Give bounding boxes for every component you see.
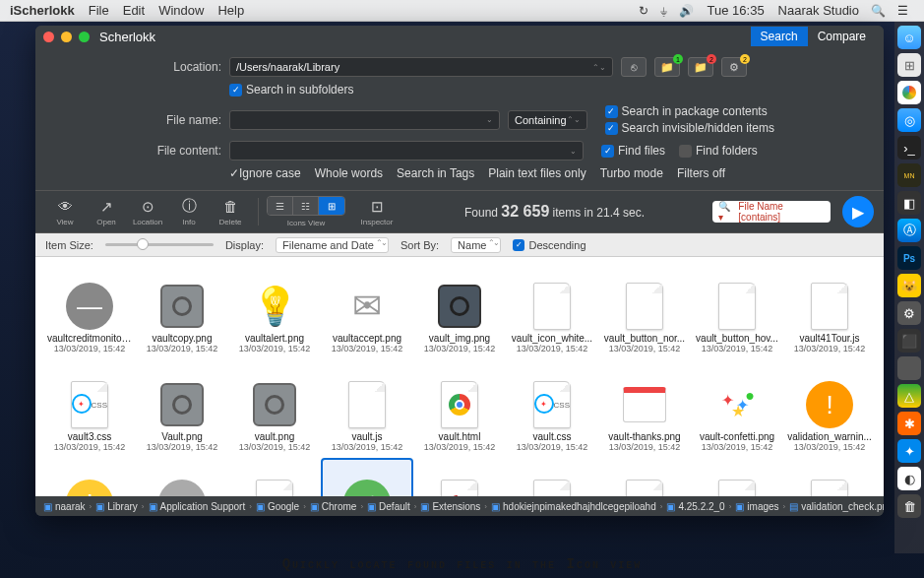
dock-trash[interactable]: 🗑 (897, 494, 921, 518)
file-item[interactable]: Vault.png13/03/2019, 15:42 (136, 359, 228, 458)
file-item[interactable]: validation_empty...13/03/2019, 15:42 (228, 458, 321, 496)
menu-window[interactable]: Window (158, 3, 204, 18)
filter-input[interactable]: 🔍▾File Name [contains] (712, 201, 831, 223)
open-tool[interactable]: ↗Open (87, 198, 126, 226)
file-item[interactable]: vault.js13/03/2019, 15:42 (321, 359, 413, 458)
menu-help[interactable]: Help (217, 3, 244, 18)
file-item[interactable]: vaultcopy.png13/03/2019, 15:42 (136, 261, 228, 359)
view-tool[interactable]: 👁View (45, 198, 85, 226)
path-segment[interactable]: ▣images (735, 501, 778, 512)
dock-chrome[interactable] (897, 81, 921, 104)
file-item[interactable]: vault_img.png13/03/2019, 15:42 (413, 261, 506, 359)
file-item[interactable]: ✦CSSvault.css13/03/2019, 15:42 (506, 359, 598, 458)
dock-app1[interactable]: MN (897, 163, 921, 187)
account-name[interactable]: Naarak Studio (778, 3, 859, 18)
zoom-button[interactable] (79, 32, 90, 42)
file-item[interactable]: hvalid.h23/01/2019, 01:31 (413, 458, 506, 496)
ignore-case-checkbox[interactable]: ✓Ignore case (229, 166, 301, 180)
display-select[interactable]: Filename and Date (276, 237, 389, 253)
dock-launchpad[interactable]: ⊞ (897, 53, 921, 77)
filecontent-field[interactable]: ⌄ (229, 141, 584, 161)
dock-app5[interactable]: ✱ (897, 412, 921, 435)
view-mode-segment[interactable]: ☰ ☷ ⊞ (267, 196, 345, 216)
path-segment[interactable]: ▣Google (256, 501, 299, 512)
file-item[interactable]: ✦●★✦vault-confetti.png13/03/2019, 15:42 (691, 359, 783, 458)
inspector-tool[interactable]: ⊡Inspector (357, 198, 397, 226)
search-tags-checkbox[interactable]: Search in Tags (397, 166, 474, 180)
dock-safari[interactable]: ◎ (897, 108, 921, 132)
reveal-button[interactable]: ⎋ (621, 57, 647, 77)
subfolders-checkbox[interactable]: ✓Search in subfolders (229, 83, 353, 96)
find-files-checkbox[interactable]: ✓Find files (601, 144, 665, 158)
folder-1-button[interactable]: 📁1 (654, 57, 680, 77)
dock-appstore[interactable]: Ⓐ (897, 219, 921, 242)
file-item[interactable]: v_water-1.vmap429/09/2018, 01:31 (598, 458, 691, 496)
descending-checkbox[interactable]: ✓Descending (513, 239, 585, 251)
dock-settings[interactable]: ⚙ (897, 301, 921, 325)
close-button[interactable] (43, 32, 54, 42)
file-item[interactable]: ✉vaultaccept.png13/03/2019, 15:42 (321, 261, 413, 359)
item-size-slider[interactable] (105, 243, 214, 246)
traffic-lights[interactable] (43, 32, 90, 42)
file-item[interactable]: —vaultcreditmonitor...13/03/2019, 15:42 (43, 261, 136, 359)
dock-app6[interactable]: ✦ (897, 439, 921, 463)
volume-icon[interactable]: 🔊 (679, 4, 694, 18)
turbo-checkbox[interactable]: Turbo mode (600, 166, 663, 180)
sortby-select[interactable]: Name (451, 237, 501, 253)
path-segment[interactable]: ▣Extensions (420, 501, 480, 512)
dock-drive[interactable]: △ (897, 384, 921, 408)
dock-finder[interactable]: ☺ (897, 26, 921, 49)
file-item[interactable]: —validation_grey.png13/03/2019, 15:42 (136, 458, 228, 496)
path-segment[interactable]: ▣Default (367, 501, 410, 512)
list-view-seg[interactable]: ☰ (268, 197, 293, 215)
dock-terminal[interactable]: ›_ (897, 136, 921, 160)
path-segment[interactable]: ▣hdokiejnpimakedhajhdlcegepiloahd (491, 501, 656, 512)
play-button[interactable]: ▶ (842, 196, 874, 227)
file-item[interactable]: utils_cs.js13/03/2019, 15:42 (691, 458, 783, 496)
dock-app7[interactable]: ◐ (897, 467, 921, 490)
path-segment[interactable]: ▣Application Support (149, 501, 246, 512)
info-tool[interactable]: ⓘInfo (169, 198, 209, 226)
spotlight-icon[interactable]: 🔍 (871, 4, 886, 18)
icon-view-seg[interactable]: ⊞ (319, 197, 344, 215)
dock-app4[interactable]: ⬛ (897, 329, 921, 353)
path-segment[interactable]: ▣Chrome (310, 501, 357, 512)
history-icon[interactable]: ↻ (639, 4, 648, 18)
settings-button[interactable]: ⚙2 (721, 57, 747, 77)
search-tab[interactable]: Search (751, 27, 808, 46)
compare-tab[interactable]: Compare (808, 27, 876, 46)
dock-photoshop[interactable]: Ps (897, 246, 921, 270)
file-item[interactable]: UserPresets.json14/02/2019, 15:49 (783, 458, 876, 496)
file-grid[interactable]: —vaultcreditmonitor...13/03/2019, 15:42v… (35, 257, 884, 496)
location-field[interactable]: /Users/naarak/Library⌃⌄ (229, 57, 613, 77)
menu-icon[interactable]: ☰ (897, 4, 908, 18)
path-segment[interactable]: ▤validation_check.png (789, 501, 884, 512)
path-segment[interactable]: ▣Library (95, 501, 138, 512)
file-item[interactable]: vault_button_nor...13/03/2019, 15:42 (598, 261, 691, 359)
menu-edit[interactable]: Edit (123, 3, 145, 18)
containing-select[interactable]: Containing⌃⌄ (508, 110, 587, 130)
minimize-button[interactable] (61, 32, 72, 42)
find-folders-checkbox[interactable]: Find folders (679, 144, 758, 158)
path-segment[interactable]: ▣naarak (43, 501, 86, 512)
pkg-contents-checkbox[interactable]: ✓Search in package contents (605, 104, 774, 118)
file-item[interactable]: vault_button_hov...13/03/2019, 15:42 (691, 261, 783, 359)
plain-text-checkbox[interactable]: Plain text files only (488, 166, 585, 180)
location-tool[interactable]: ⊙Location (128, 198, 167, 226)
file-item[interactable]: ✓validation_check...13/03/2019, 15:42 (321, 458, 413, 496)
file-item[interactable]: ✦CSSvault3.css13/03/2019, 15:42 (43, 359, 136, 458)
delete-tool[interactable]: 🗑Delete (211, 198, 250, 226)
file-item[interactable]: vault-thanks.png13/03/2019, 15:42 (598, 359, 691, 458)
file-item[interactable]: v_water-1@2x.vm...29/09/2018, 16:27 (506, 458, 598, 496)
dock-app2[interactable]: ◧ (897, 191, 921, 215)
filters-off-checkbox[interactable]: Filters off (677, 166, 725, 180)
menu-file[interactable]: File (89, 3, 109, 18)
hidden-checkbox[interactable]: ✓Search invisible/hidden items (605, 121, 774, 135)
folder-2-button[interactable]: 📁2 (688, 57, 713, 77)
filename-field[interactable]: ⌄ (229, 110, 500, 130)
wifi-icon[interactable]: ⏚ (660, 4, 667, 18)
path-segment[interactable]: ▣4.25.2.2_0 (666, 501, 724, 512)
dock-app3[interactable]: 😺 (897, 274, 921, 297)
file-item[interactable]: 💡vaultalert.png13/03/2019, 15:42 (228, 261, 321, 359)
file-item[interactable]: !validation_warnin...13/03/2019, 15:42 (783, 359, 876, 458)
